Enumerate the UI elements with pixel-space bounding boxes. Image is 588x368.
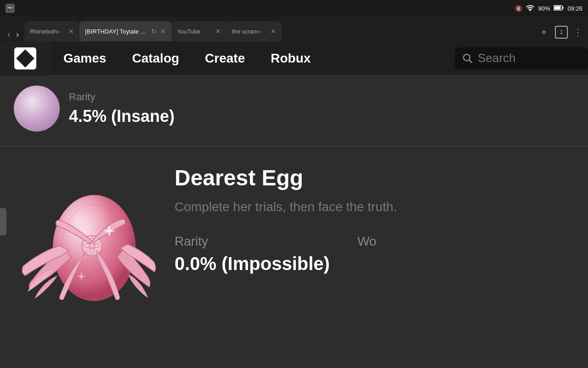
top-item-image <box>14 86 60 132</box>
nav-games[interactable]: Games <box>51 41 119 75</box>
svg-point-16 <box>94 244 100 247</box>
tab-rhineboth[interactable]: Rhineboth– ✕ <box>24 21 79 41</box>
item-description: Complete her trials, then face the truth… <box>175 198 579 216</box>
side-handle[interactable] <box>0 208 6 236</box>
top-rarity-label: Rarity <box>69 91 574 103</box>
tab-close-birthday[interactable]: ✕ <box>160 28 166 35</box>
rarity-stat-value: 0.0% (Impossible) <box>175 253 330 274</box>
item-name: Dearest Egg <box>175 165 579 190</box>
tab-close-scram[interactable]: ✕ <box>271 28 276 35</box>
photo-icon: 📷 <box>6 4 15 13</box>
egg-image-container <box>9 156 165 331</box>
new-tab-button[interactable]: + <box>535 23 553 41</box>
stats-row: Rarity 0.0% (Impossible) Wo <box>175 234 579 274</box>
rarity-stat-label: Rarity <box>175 234 330 249</box>
tab-birthday[interactable]: [BIRTHDAY] Toytale Roleplay – ↻ ✕ <box>79 21 171 41</box>
tab-bar-right: + 1 ⋮ <box>535 23 586 41</box>
tab-title-birthday: [BIRTHDAY] Toytale Roleplay – <box>85 28 147 35</box>
search-icon <box>462 53 473 64</box>
back-button[interactable]: ‹ <box>6 27 12 41</box>
tab-title-scram: the scram– <box>232 28 267 35</box>
tab-count-label: 1 <box>560 29 563 35</box>
nav-catalog[interactable]: Catalog <box>119 41 192 75</box>
tab-reload-birthday[interactable]: ↻ <box>151 28 157 35</box>
rarity-stat: Rarity 0.0% (Impossible) <box>175 234 330 274</box>
svg-rect-2 <box>563 6 564 9</box>
nav-links: Games Catalog Create Robux <box>51 41 455 75</box>
main-item: Dearest Egg Complete her trials, then fa… <box>0 147 588 331</box>
svg-line-5 <box>469 60 472 63</box>
battery-level: 90% <box>538 5 550 12</box>
roblox-navbar: Games Catalog Create Robux Search <box>0 41 588 75</box>
tab-close-rhineboth[interactable]: ✕ <box>68 28 74 35</box>
tab-close-youtube[interactable]: ✕ <box>215 28 221 35</box>
tab-youtube[interactable]: YouTube ✕ <box>171 21 226 41</box>
second-stat-label: Wo <box>357 234 377 249</box>
battery-icon <box>554 5 564 12</box>
svg-point-15 <box>84 244 90 247</box>
time-display: 09:26 <box>567 5 582 12</box>
svg-point-12 <box>90 244 94 247</box>
tab-count-button[interactable]: 1 <box>555 26 568 39</box>
status-right: 🔇 90% 09:26 <box>515 5 582 12</box>
svg-rect-3 <box>554 6 561 9</box>
roblox-logo-square <box>14 47 36 69</box>
top-item-info: Rarity 4.5% (Insane) <box>69 91 574 126</box>
forward-button[interactable]: › <box>14 27 21 41</box>
tab-title-rhineboth: Rhineboth– <box>30 28 65 35</box>
nav-create[interactable]: Create <box>192 41 258 75</box>
svg-point-14 <box>90 248 94 253</box>
svg-point-0 <box>530 10 531 11</box>
dearest-egg-image <box>18 161 156 326</box>
wifi-icon <box>526 5 534 12</box>
status-bar: 📷 🔇 90% 09:26 <box>0 0 588 17</box>
tab-bar: ‹ › Rhineboth– ✕ [BIRTHDAY] Toytale Role… <box>0 17 588 41</box>
top-item: Rarity 4.5% (Insane) <box>0 75 588 147</box>
tab-scram[interactable]: the scram– ✕ <box>226 21 282 41</box>
top-rarity-value: 4.5% (Insane) <box>69 107 574 126</box>
second-stat: Wo <box>357 234 377 249</box>
search-placeholder: Search <box>478 51 515 65</box>
content-area: Rarity 4.5% (Insane) <box>0 75 588 368</box>
search-bar[interactable]: Search <box>455 47 588 69</box>
nav-arrows: ‹ › <box>2 27 24 41</box>
roblox-logo[interactable] <box>0 41 51 75</box>
browser-menu-button[interactable]: ⋮ <box>570 27 586 38</box>
tab-title-youtube: YouTube <box>177 28 212 35</box>
roblox-logo-inner <box>16 49 34 68</box>
item-details: Dearest Egg Complete her trials, then fa… <box>165 156 579 274</box>
mute-icon: 🔇 <box>515 5 522 12</box>
nav-robux[interactable]: Robux <box>258 41 323 75</box>
status-left: 📷 <box>6 4 15 13</box>
